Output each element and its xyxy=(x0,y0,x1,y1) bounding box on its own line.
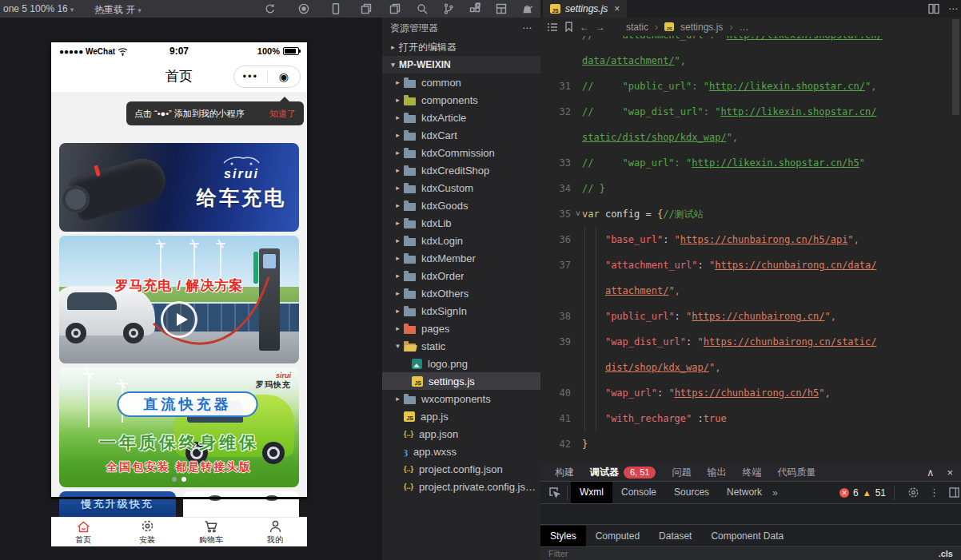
play-button[interactable] xyxy=(161,301,197,338)
code-line-39[interactable]: 39 "wap_dist_url": "https://chunbairong.… xyxy=(540,329,961,355)
tree-item-kdxCart[interactable]: ▸kdxCart xyxy=(382,126,540,144)
devtools-tab-network[interactable]: Network xyxy=(718,482,771,503)
tree-item-project.private.config.js[interactable]: {..}project.private.config.js… xyxy=(382,478,540,495)
tree-item-kdxGoods[interactable]: ▸kdxGoods xyxy=(382,197,540,214)
devtools-tab-wxml[interactable]: Wxml xyxy=(571,482,612,503)
code-line-31[interactable]: 31// "public_url": "http://likexin.shops… xyxy=(540,73,961,99)
panel-tab-输出[interactable]: 输出 xyxy=(707,466,726,479)
hot-reload-toggle[interactable]: 热重载 开▾ xyxy=(94,3,142,17)
layout-icon[interactable] xyxy=(495,2,508,15)
device-selector[interactable]: one 5 100% 16▾ xyxy=(3,3,74,14)
code-line-wrap[interactable]: dist/shop/kdx_wap/", xyxy=(540,355,961,380)
panel-tab-构建[interactable]: 构建 xyxy=(555,466,574,479)
code-line-40[interactable]: 40 "wap_url": "https://chunbairong.cn/h5… xyxy=(540,380,961,406)
console-counts[interactable]: ×6 ▲51 xyxy=(839,487,886,498)
tree-item-kdxSignIn[interactable]: ▸kdxSignIn xyxy=(382,302,540,320)
phone-icon[interactable] xyxy=(329,2,342,15)
tree-item-kdxLogin[interactable]: ▸kdxLogin xyxy=(382,232,540,249)
code-line-32[interactable]: 32// "wap_dist_url": "http://likexin.sho… xyxy=(540,99,961,125)
devtools-tab-console[interactable]: Console xyxy=(612,482,665,503)
project-root-mp-weixin[interactable]: ▾ MP-WEIXIN xyxy=(382,56,540,73)
styles-tab-computed[interactable]: Computed xyxy=(586,526,649,546)
source-control-icon[interactable] xyxy=(442,2,455,15)
tabbar-item-person[interactable]: 我的 xyxy=(243,518,307,546)
split-editor-icon[interactable] xyxy=(927,2,940,15)
styles-tab-styles[interactable]: Styles xyxy=(540,526,586,546)
tree-item-app.js[interactable]: JSapp.js xyxy=(382,407,540,425)
code-line-wrap[interactable]: attachment/", xyxy=(540,278,961,304)
tree-item-kdxLib[interactable]: ▸kdxLib xyxy=(382,214,540,232)
panel-tab-终端[interactable]: 终端 xyxy=(742,466,761,479)
forward-arrow-icon[interactable]: → xyxy=(596,22,605,33)
more-actions-icon[interactable]: ⋯ xyxy=(948,3,959,14)
tree-item-logo.png[interactable]: logo.png xyxy=(382,355,540,372)
tree-item-app.wxss[interactable]: ȝapp.wxss xyxy=(382,443,540,460)
minimize-target-icon[interactable]: ◉ xyxy=(268,70,301,83)
product-card[interactable] xyxy=(183,491,300,517)
code-line-wrap[interactable]: // "attachment_url": "http://likexin.sho… xyxy=(540,36,961,48)
devtools-settings-gear-icon[interactable] xyxy=(907,487,919,498)
carousel-dot[interactable] xyxy=(172,477,177,482)
record-icon[interactable] xyxy=(297,2,310,15)
styles-tab-dataset[interactable]: Dataset xyxy=(649,526,701,546)
tree-item-kdxOrder[interactable]: ▸kdxOrder xyxy=(382,267,540,284)
breadcrumb-folder[interactable]: static xyxy=(626,22,648,33)
styles-tab-component-data[interactable]: Component Data xyxy=(701,526,793,546)
files-icon[interactable] xyxy=(389,2,401,15)
code-area[interactable]: // "attachment_url": "http://likexin.sho… xyxy=(540,36,961,463)
tree-item-static[interactable]: ▾static xyxy=(382,337,540,355)
code-line-38[interactable]: 38 "public_url": "https://chunbairong.cn… xyxy=(540,304,961,329)
close-icon[interactable]: × xyxy=(614,3,620,14)
tree-item-wxcomponents[interactable]: ▸wxcomponents xyxy=(382,390,540,407)
extensions-icon[interactable] xyxy=(469,2,481,15)
tree-item-settings.js[interactable]: JSsettings.js xyxy=(382,372,540,390)
tree-item-kdxOthers[interactable]: ▸kdxOthers xyxy=(382,284,540,302)
code-line-wrap[interactable]: static/dist/shop/kdx_wap/", xyxy=(540,125,961,150)
editor-scrollbar[interactable] xyxy=(952,19,959,115)
tree-item-project.config.json[interactable]: {..}project.config.json xyxy=(382,460,540,478)
banner-ev-charging[interactable]: sirui 给车充电 xyxy=(59,143,299,232)
tabbar-item-cart[interactable]: 购物车 xyxy=(179,518,243,546)
tabbar-item-home[interactable]: 首页 xyxy=(51,518,115,546)
list-icon[interactable] xyxy=(547,22,558,32)
devtools-tab-sources[interactable]: Sources xyxy=(665,482,718,503)
more-menu-icon[interactable]: ••• xyxy=(234,66,267,87)
carousel-dot-active[interactable] xyxy=(181,477,186,482)
tabbar-item-gear[interactable]: 安装 xyxy=(115,518,179,546)
fold-chevron-icon[interactable]: ˅ xyxy=(576,201,580,227)
breadcrumb-file[interactable]: settings.js xyxy=(680,22,723,33)
tree-item-components[interactable]: ▸components xyxy=(382,91,540,109)
code-line-wrap[interactable]: data/attachment/", xyxy=(540,48,961,73)
got-it-button[interactable]: 知道了 xyxy=(269,108,296,120)
code-line-37[interactable]: 37 "attachment_url": "https://chunbairon… xyxy=(540,252,961,278)
tree-item-app.json[interactable]: {..}app.json xyxy=(382,425,540,443)
panel-tab-问题[interactable]: 问题 xyxy=(672,466,691,479)
code-line-34[interactable]: 34// } xyxy=(540,176,961,201)
panel-tab-代码质量[interactable]: 代码质量 xyxy=(777,466,815,479)
refresh-icon[interactable] xyxy=(264,2,277,15)
tree-item-kdxCreditShop[interactable]: ▸kdxCreditShop xyxy=(382,161,540,179)
tree-item-pages[interactable]: ▸pages xyxy=(382,320,540,337)
collapse-panel-icon[interactable]: ∧ xyxy=(927,467,935,479)
banner-video-solution[interactable]: 罗马充电 / 解决方案 xyxy=(59,236,299,363)
explorer-more-icon[interactable]: ⋯ xyxy=(522,22,532,34)
multi-window-icon[interactable] xyxy=(360,2,373,15)
open-editors-section[interactable]: ▸ 打开的编辑器 xyxy=(382,38,540,56)
tree-item-kdxCommission[interactable]: ▸kdxCommission xyxy=(382,144,540,161)
close-panel-icon[interactable]: × xyxy=(947,467,953,479)
tree-item-kdxMember[interactable]: ▸kdxMember xyxy=(382,249,540,267)
code-line-42[interactable]: 42} xyxy=(540,431,961,457)
search-icon[interactable] xyxy=(416,2,429,15)
teapot-icon[interactable] xyxy=(521,2,534,15)
code-line-36[interactable]: 36 "base_url": "https://chunbairong.cn/h… xyxy=(540,227,961,252)
bookmark-icon[interactable] xyxy=(564,22,573,32)
banner-dc-fast-charger[interactable]: 直流快充器 一年质保终身维保 全国包安装 都是转接头版 sirui 罗玛快充 xyxy=(59,367,299,487)
styles-filter-input[interactable] xyxy=(548,549,788,558)
tree-item-kdxArticle[interactable]: ▸kdxArticle xyxy=(382,109,540,126)
upgrade-card[interactable]: 慢充升级快充 xyxy=(59,491,176,517)
elements-tree-area[interactable] xyxy=(540,504,961,524)
tree-item-common[interactable]: ▸common xyxy=(382,73,540,91)
kebab-menu-icon[interactable]: ⋮ xyxy=(929,487,939,498)
panel-tab-调试器[interactable]: 调试器6, 51 xyxy=(590,466,656,479)
tab-settings-js[interactable]: JS settings.js × xyxy=(543,0,627,18)
